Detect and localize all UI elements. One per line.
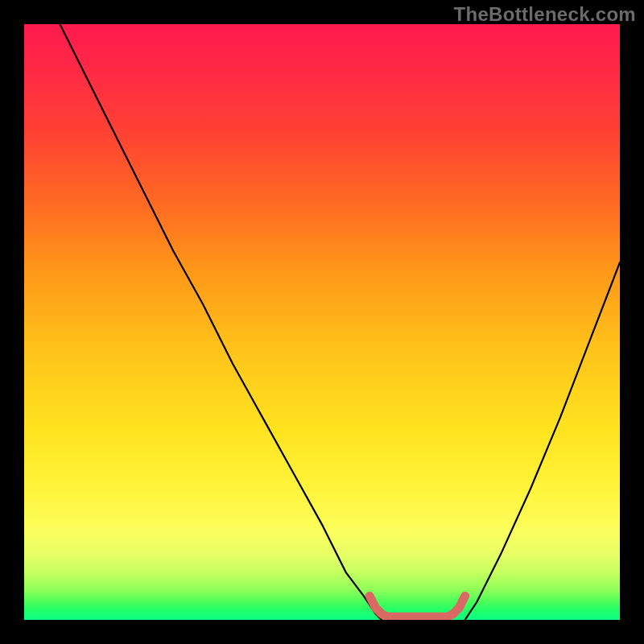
- watermark-text: TheBottleneck.com: [454, 3, 636, 26]
- curve-svg: [24, 24, 620, 620]
- trough-line: [369, 596, 464, 617]
- right-branch-line: [465, 262, 620, 620]
- left-branch-line: [60, 24, 382, 620]
- chart-frame: TheBottleneck.com: [0, 0, 644, 644]
- plot-area: [24, 24, 620, 620]
